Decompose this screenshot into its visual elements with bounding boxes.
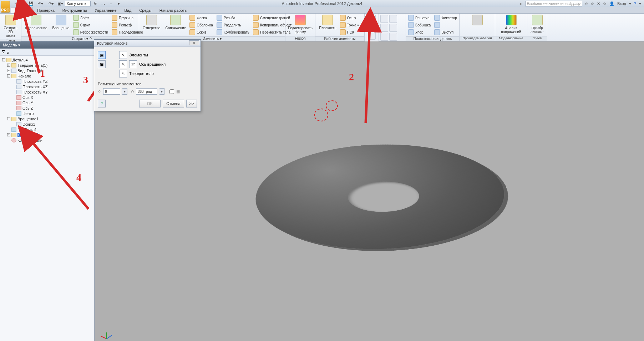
help-icon[interactable]: ? [634,1,636,6]
browser-header[interactable]: Модель ▾ [0,41,94,49]
tab-inspect[interactable]: Проверка [33,7,58,13]
select-icon[interactable]: ▣▾ [57,1,64,6]
cancel-button[interactable]: Отмена [163,100,184,107]
point-button[interactable]: Точка ▾ [340,22,361,28]
redo-icon[interactable]: ↷▾ [46,1,56,6]
ok-button[interactable]: OK [139,100,161,107]
tree-item[interactable]: -Начало [1,73,93,79]
thread-button[interactable]: Резьба [217,15,251,21]
infocenter-icon[interactable]: ⎋ [585,1,588,6]
extrude-button[interactable]: ыдавливание [24,15,49,30]
tree-item[interactable]: Центр [1,111,93,116]
boss-button[interactable]: Бобышка [408,22,432,28]
app-menu-button[interactable]: PRO [1,1,10,13]
suppress-icon[interactable]: ▦ [176,89,180,94]
tree-item[interactable]: -Вращение1 [1,116,93,121]
surface-btn-3[interactable] [380,24,388,32]
tree-item[interactable]: Ось Z [1,105,93,111]
surface-btn-6[interactable] [389,33,397,41]
edit-form-button[interactable]: Редактировать форму [286,15,314,34]
tab-getstarted[interactable]: Начало работы [156,7,191,13]
fillet-button[interactable]: Сопряжение [164,15,187,30]
material-combo[interactable]: Как у мате [65,1,91,6]
login-dropdown-icon[interactable]: ▾ [629,1,631,6]
rule-button[interactable] [434,22,458,28]
tab-tools[interactable]: Инструменты [59,7,91,13]
create-2d-sketch-button[interactable]: Создать 2D эскиз [2,15,19,38]
model-tree[interactable]: -Деталь4 +Твердые тела(1)+Вид: Главный-Н… [0,56,94,341]
tree-item[interactable]: +Вид: Главный [1,68,93,73]
revolve-button[interactable]: Вращение [51,15,71,30]
circular-pattern-button[interactable] [368,23,376,31]
axis-pick-arrow[interactable]: ↖ [119,60,127,68]
tree-item[interactable]: Ось Y [1,100,93,105]
surface-btn-2[interactable] [389,15,397,23]
features-pick-arrow[interactable]: ↖ [119,51,127,59]
tree-root[interactable]: -Деталь4 [1,57,93,62]
hole-button[interactable]: Отверстие [141,15,162,30]
add-icon[interactable]: ＋ [108,1,114,6]
find-icon[interactable]: ⌕ [7,50,9,54]
browser-close-icon[interactable]: ✕ [88,35,93,40]
count-input[interactable] [103,88,120,95]
convert-button[interactable]: Преобр листовог [529,15,545,34]
tree-item[interactable]: +Твердые тела(1) [1,62,93,68]
star2-icon[interactable]: ☆ [603,1,607,6]
count-dropdown[interactable]: ▸ [122,88,127,95]
signin-icon[interactable]: 👤 [609,1,614,6]
combine-button[interactable]: Комбинировать [217,29,251,35]
rect-pattern-button[interactable] [368,15,376,22]
select-features-button[interactable]: ▣ [98,51,106,59]
measure-icon[interactable]: ⟂▾ [100,1,106,6]
stress-analysis-button[interactable]: Анализ напряжений [500,15,522,34]
tab-manage[interactable]: Управление [91,7,120,13]
tree-item[interactable]: +Отверстие [1,132,93,137]
snap-button[interactable]: Фиксатор [434,15,458,21]
rest-button[interactable]: Упор [408,29,432,35]
grill-button[interactable]: Решетка [408,15,432,21]
more-button[interactable]: >> [186,100,197,107]
tree-item[interactable]: РабТочка1 [1,127,93,132]
save-icon[interactable]: 💾 [28,1,34,6]
tree-item[interactable]: Эскиз1 [1,121,93,127]
new-icon[interactable]: ▫ [12,1,19,6]
tab-view[interactable]: Вид [121,7,135,13]
tree-item[interactable]: Конец детали [1,137,93,143]
select-solids-button[interactable]: ▣ [98,60,106,68]
exchange-icon[interactable]: ✕ [597,1,600,6]
lip-button[interactable]: Выступ [434,29,458,35]
surface-btn-1[interactable] [380,15,388,23]
fx-icon[interactable]: fx [92,1,98,6]
login-label[interactable]: Вход [617,1,626,6]
axis-flip-button[interactable]: ⇄ [129,60,137,68]
ucs-button[interactable]: ПСК [340,29,361,35]
angle-dropdown[interactable]: ▸ [159,88,164,95]
rib-button[interactable]: Ребро жесткости [73,29,110,35]
surface-btn-4[interactable] [389,24,397,32]
help-dropdown-icon[interactable]: ▾ [639,1,641,6]
tree-item[interactable]: Плоскость XY [1,89,93,95]
sweep-button[interactable]: Сдвиг [73,22,110,28]
qat-customize-icon[interactable]: ▾ [116,1,122,6]
shell-button[interactable]: Оболочка [189,22,214,28]
tree-item[interactable]: Ось X [1,95,93,100]
filter-icon[interactable]: ∇ [2,50,5,54]
solid-pick-arrow[interactable]: ↖ [119,70,127,77]
tree-item[interactable]: Плоскость XZ [1,84,93,89]
tab-environments[interactable]: Среды [136,7,155,13]
midplane-checkbox[interactable] [169,89,174,94]
surface-btn-5[interactable] [380,33,388,41]
harness-button[interactable] [471,15,484,26]
chamfer-button[interactable]: Фаска [189,15,214,21]
search-input[interactable]: Введите ключевое слово/фразу [525,1,582,6]
mirror-button[interactable] [368,32,376,40]
angle-input[interactable] [136,88,157,95]
star-icon[interactable]: ☆ [590,1,594,6]
undo-icon[interactable]: ↶▾ [36,1,45,6]
axis-button[interactable]: Ось ▾ [340,15,361,21]
dialog-close-button[interactable]: ✕ [189,40,199,45]
open-icon[interactable]: 📂 [20,1,26,6]
split-button[interactable]: Разделить [217,22,251,28]
tab-model[interactable]: Модель [11,7,32,13]
draft-button[interactable]: Эскиз [189,29,214,35]
